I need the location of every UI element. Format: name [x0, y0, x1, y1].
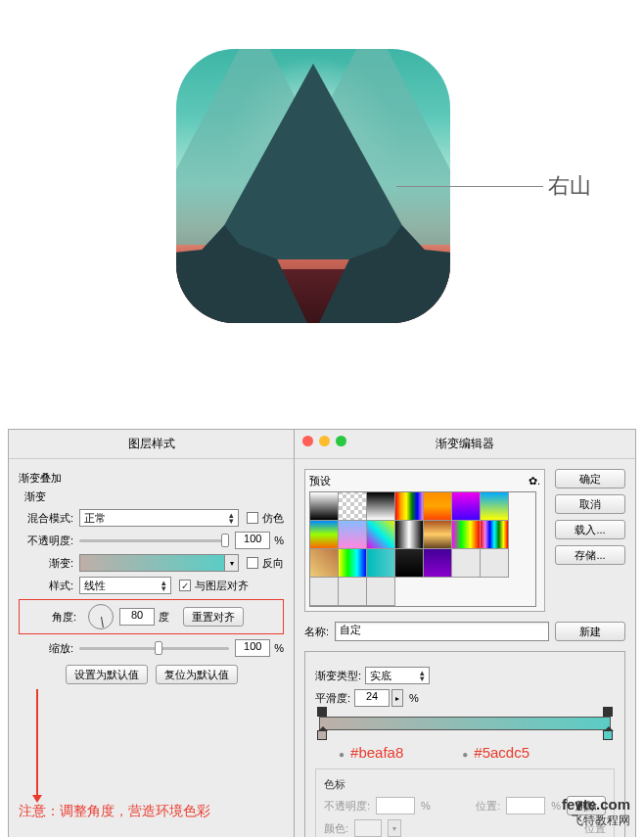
percent-label: % — [409, 692, 419, 704]
select-arrows-icon: ▴▾ — [229, 512, 234, 524]
reverse-label: 反向 — [262, 556, 284, 571]
swatch[interactable] — [367, 549, 395, 578]
load-button[interactable]: 载入... — [555, 520, 625, 539]
scale-slider[interactable] — [79, 641, 229, 655]
reverse-checkbox[interactable] — [247, 557, 258, 569]
select-arrows-icon: ▴▾ — [161, 580, 166, 591]
smooth-dropdown-icon[interactable]: ▸ — [391, 689, 403, 707]
align-label: 与图层对齐 — [195, 579, 249, 593]
swatch[interactable] — [481, 521, 509, 549]
swatch[interactable] — [481, 492, 509, 521]
opacity-label: 不透明度: — [19, 534, 73, 548]
angle-dial[interactable] — [88, 604, 114, 629]
style-select[interactable]: 线性▴▾ — [79, 577, 171, 594]
swatch[interactable] — [424, 549, 452, 578]
annotation-note: 注意：调整角度，营造环境色彩 — [19, 803, 284, 820]
swatch[interactable] — [367, 578, 395, 606]
cancel-button[interactable]: 取消 — [555, 494, 625, 514]
swatch[interactable] — [310, 492, 339, 521]
style-label: 样式: — [19, 579, 73, 593]
color-stop-left[interactable] — [317, 730, 327, 740]
opacity-stop-left[interactable] — [317, 707, 327, 717]
percent-label: % — [274, 535, 284, 546]
type-label: 渐变类型: — [315, 669, 361, 683]
swatch[interactable] — [395, 521, 424, 549]
swatch[interactable] — [367, 492, 395, 521]
gradient-dropdown-icon[interactable]: ▾ — [225, 554, 239, 572]
swatch[interactable] — [339, 549, 367, 578]
angle-input[interactable]: 80 — [119, 608, 155, 626]
swatch[interactable] — [395, 492, 424, 521]
callout-label: 右山 — [548, 171, 591, 201]
select-arrows-icon: ▴▾ — [420, 670, 425, 681]
opacity-input[interactable]: 100 — [235, 532, 270, 549]
section-overlay-label: 渐变叠加 — [19, 471, 284, 486]
swatch[interactable] — [395, 549, 424, 578]
preset-swatches — [309, 491, 536, 607]
swatch[interactable] — [481, 549, 509, 578]
reset-default-button[interactable]: 复位为默认值 — [156, 665, 238, 684]
presets-section: 预设 ✿. — [304, 469, 545, 612]
ok-button[interactable]: 确定 — [555, 469, 625, 488]
callout-line — [396, 186, 543, 187]
name-label: 名称: — [304, 625, 329, 639]
opacity-stop-right[interactable] — [603, 707, 613, 717]
angle-unit: 度 — [159, 610, 169, 625]
dither-checkbox[interactable] — [247, 512, 258, 524]
swatch[interactable] — [310, 521, 339, 549]
color-stop-right[interactable] — [603, 730, 613, 740]
section-gradient-label: 渐变 — [24, 489, 284, 504]
swatch[interactable] — [310, 578, 339, 606]
swatch[interactable] — [424, 521, 452, 549]
gradient-bar[interactable] — [319, 717, 611, 730]
percent-label: % — [551, 800, 561, 812]
swatch[interactable] — [452, 492, 481, 521]
align-checkbox[interactable]: ✓ — [179, 580, 191, 591]
percent-label: % — [274, 642, 284, 654]
scale-input[interactable]: 100 — [235, 639, 270, 657]
reset-align-button[interactable]: 重置对齐 — [183, 607, 244, 627]
angle-highlight-box: 角度: 80 度 重置对齐 — [19, 599, 284, 634]
blend-mode-label: 混合模式: — [19, 511, 73, 526]
type-select[interactable]: 实底▴▾ — [365, 667, 430, 684]
presets-label: 预设 — [309, 474, 331, 488]
swatch[interactable] — [452, 521, 481, 549]
swatch[interactable] — [310, 549, 339, 578]
stop-color-label: 颜色: — [324, 821, 348, 836]
opacity-slider[interactable] — [79, 534, 229, 547]
gear-icon[interactable]: ✿. — [529, 475, 540, 488]
gradient-editor-title: 渐变编辑器 — [295, 430, 635, 459]
stop-color-well[interactable] — [354, 819, 382, 837]
name-input[interactable]: 自定 — [335, 622, 549, 641]
swatch[interactable] — [339, 521, 367, 549]
smooth-input[interactable]: 24 — [354, 689, 390, 707]
new-button[interactable]: 新建 — [555, 622, 625, 641]
minimize-icon[interactable] — [319, 436, 330, 446]
layer-style-title: 图层样式 — [9, 430, 294, 459]
blend-mode-select[interactable]: 正常▴▾ — [79, 509, 239, 527]
set-default-button[interactable]: 设置为默认值 — [66, 665, 148, 684]
gradient-editor-panel: 渐变编辑器 预设 ✿. — [295, 430, 635, 837]
stops-label: 色标 — [324, 777, 606, 792]
gradient-preview[interactable] — [79, 554, 225, 572]
annotation-arrow-icon — [36, 689, 38, 797]
swatch[interactable] — [424, 492, 452, 521]
smooth-label: 平滑度: — [315, 691, 350, 706]
layer-style-panel: 图层样式 渐变叠加 渐变 混合模式: 正常▴▾ 仿色 不透明度: 100 % 渐… — [9, 430, 295, 837]
swatch[interactable] — [339, 578, 367, 606]
stop-opacity-input[interactable] — [376, 797, 415, 814]
window-controls — [302, 436, 346, 446]
watermark: fevte.com 飞特教程网 — [562, 796, 630, 829]
swatch[interactable] — [367, 521, 395, 549]
close-icon[interactable] — [302, 436, 313, 446]
stop-pos-input[interactable] — [506, 797, 545, 814]
dither-label: 仿色 — [262, 511, 284, 526]
color-dropdown-icon[interactable]: ▾ — [388, 819, 401, 837]
swatch[interactable] — [339, 492, 367, 521]
save-button[interactable]: 存储... — [555, 545, 625, 565]
center-mountain — [206, 64, 421, 259]
zoom-icon[interactable] — [336, 436, 346, 446]
swatch[interactable] — [452, 549, 481, 578]
hex-right: #5acdc5 — [462, 744, 529, 761]
angle-label: 角度: — [22, 610, 76, 625]
